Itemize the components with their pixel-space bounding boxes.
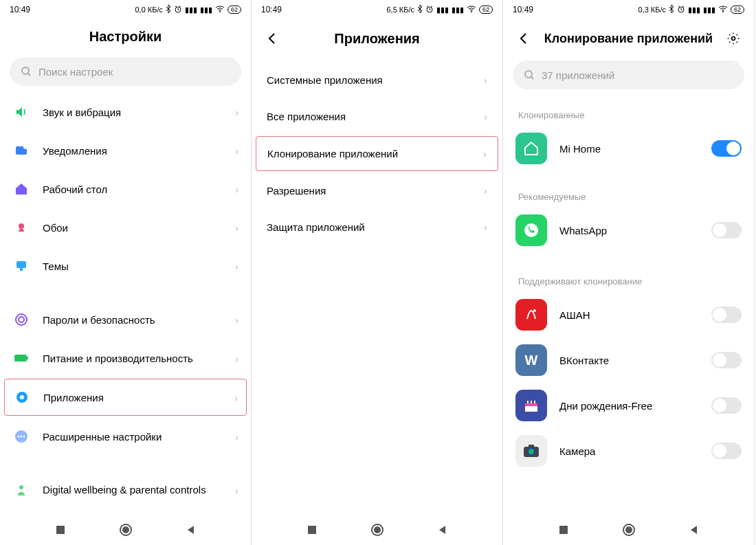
svg-point-28 xyxy=(722,11,724,12)
battery-icon xyxy=(12,349,30,367)
chevron-right-icon: › xyxy=(235,431,238,443)
search-bar[interactable]: Поиск настроек xyxy=(10,57,241,86)
row-security[interactable]: Пароли и безопасность › xyxy=(0,300,251,339)
wallpaper-icon xyxy=(12,219,30,236)
svg-point-1 xyxy=(219,11,221,12)
toggle-mihome[interactable] xyxy=(711,140,742,157)
row-system-apps[interactable]: Системные приложения › xyxy=(252,62,502,98)
row-digital-wellbeing[interactable]: Digital wellbeing & parental controls › xyxy=(0,471,251,509)
chevron-right-icon: › xyxy=(234,392,238,403)
nav-bar xyxy=(503,516,754,545)
camera-icon xyxy=(515,435,547,467)
row-app-cloning[interactable]: Клонирование приложений › xyxy=(256,136,498,171)
screen-cloning: 10:49 0,3 КБ/с ▮▮▮ ▮▮▮ 62 Клонирование п… xyxy=(503,0,755,545)
cloning-list: Клонированные Mi Home Рекомендуемые What… xyxy=(503,96,754,516)
app-mihome[interactable]: Mi Home xyxy=(503,126,754,171)
nav-recent[interactable] xyxy=(555,522,572,538)
chevron-right-icon: › xyxy=(235,260,238,272)
back-button[interactable] xyxy=(514,29,533,48)
app-birthday[interactable]: Дни рождения-Free xyxy=(503,383,754,428)
wifi-icon xyxy=(467,5,476,14)
nav-recent[interactable] xyxy=(52,522,69,538)
net-speed: 0,3 КБ/с xyxy=(638,5,666,14)
svg-point-32 xyxy=(533,309,536,312)
section-cloned: Клонированные xyxy=(503,96,754,126)
row-advanced[interactable]: Расширенные настройки › xyxy=(0,417,251,456)
signal-icon: ▮▮▮ xyxy=(185,5,197,14)
row-apps[interactable]: Приложения › xyxy=(4,379,247,416)
chevron-right-icon: › xyxy=(235,485,238,496)
svg-rect-19 xyxy=(56,526,65,534)
status-bar: 10:49 6,5 КБ/с ▮▮▮ ▮▮▮ 62 xyxy=(252,0,502,19)
screen-settings: 10:49 0,0 КБ/с ▮▮▮ ▮▮▮ 62 Настройки Поис… xyxy=(0,0,252,545)
chevron-right-icon: › xyxy=(235,145,238,157)
row-notifications[interactable]: Уведомления › xyxy=(0,131,251,170)
chevron-right-icon: › xyxy=(235,107,238,118)
nav-home[interactable] xyxy=(621,522,637,538)
bluetooth-icon xyxy=(417,5,423,14)
row-wallpaper[interactable]: Обои › xyxy=(0,208,251,247)
svg-rect-6 xyxy=(16,261,26,268)
svg-point-26 xyxy=(374,526,381,533)
nav-home[interactable] xyxy=(118,522,134,538)
header: Клонирование приложений xyxy=(503,19,754,55)
net-speed: 0,0 КБ/с xyxy=(135,5,163,14)
nav-recent[interactable] xyxy=(304,522,320,538)
svg-rect-24 xyxy=(308,526,316,534)
svg-point-5 xyxy=(19,223,24,229)
chevron-right-icon: › xyxy=(484,74,487,86)
section-recommended: Рекомендуемые xyxy=(503,171,754,208)
svg-point-41 xyxy=(625,526,632,533)
row-permissions[interactable]: Разрешения › xyxy=(252,173,502,209)
signal-icon: ▮▮▮ xyxy=(436,5,449,14)
back-button[interactable] xyxy=(263,29,282,48)
chevron-right-icon: › xyxy=(483,148,487,159)
row-app-protection[interactable]: Защита приложений › xyxy=(252,209,502,245)
status-right: 0,0 КБ/с ▮▮▮ ▮▮▮ 62 xyxy=(135,5,241,14)
signal-icon: ▮▮▮ xyxy=(688,5,700,14)
row-home[interactable]: Рабочий стол › xyxy=(0,170,251,208)
app-camera[interactable]: Камера xyxy=(503,428,754,474)
app-ashan[interactable]: АШАН xyxy=(503,292,754,337)
svg-point-16 xyxy=(21,436,23,438)
apps-icon xyxy=(13,388,31,406)
wellbeing-icon xyxy=(12,481,30,499)
mihome-icon xyxy=(515,133,547,164)
apps-menu-list: Системные приложения › Все приложения › … xyxy=(252,55,502,516)
svg-point-30 xyxy=(525,71,532,78)
toggle-camera[interactable] xyxy=(711,443,742,459)
page-title: Клонирование приложений xyxy=(533,32,724,46)
row-battery[interactable]: Питание и производительность › xyxy=(0,339,251,377)
toggle-birthday[interactable] xyxy=(711,397,742,414)
nav-home[interactable] xyxy=(369,522,386,538)
themes-icon xyxy=(12,257,30,275)
battery-icon: 62 xyxy=(731,5,744,14)
wifi-icon xyxy=(215,5,225,14)
alarm-icon xyxy=(677,5,685,14)
sound-icon xyxy=(12,103,30,121)
svg-point-8 xyxy=(16,314,27,325)
more-icon xyxy=(12,427,30,445)
app-whatsapp[interactable]: WhatsApp xyxy=(503,208,754,253)
nav-back[interactable] xyxy=(686,522,702,538)
alarm-icon xyxy=(425,5,434,14)
row-sound[interactable]: Звук и вибрация › xyxy=(0,93,251,131)
chevron-right-icon: › xyxy=(484,111,487,122)
toggle-ashan[interactable] xyxy=(711,307,742,323)
settings-button[interactable] xyxy=(724,29,743,48)
signal-icon-2: ▮▮▮ xyxy=(703,5,715,14)
row-all-apps[interactable]: Все приложения › xyxy=(252,98,502,135)
toggle-whatsapp[interactable] xyxy=(711,222,742,238)
section-supported: Поддерживают клонирование xyxy=(503,253,754,292)
nav-back[interactable] xyxy=(183,522,199,538)
search-bar[interactable]: 37 приложений xyxy=(513,60,744,89)
signal-icon-2: ▮▮▮ xyxy=(452,5,464,14)
svg-rect-7 xyxy=(20,268,23,271)
row-themes[interactable]: Темы › xyxy=(0,247,251,285)
battery-icon: 62 xyxy=(479,5,493,14)
nav-back[interactable] xyxy=(434,522,451,538)
status-bar: 10:49 0,3 КБ/с ▮▮▮ ▮▮▮ 62 xyxy=(503,0,754,19)
app-vk[interactable]: W ВКонтакте xyxy=(503,337,754,383)
svg-point-9 xyxy=(19,317,24,322)
toggle-vk[interactable] xyxy=(711,352,742,368)
